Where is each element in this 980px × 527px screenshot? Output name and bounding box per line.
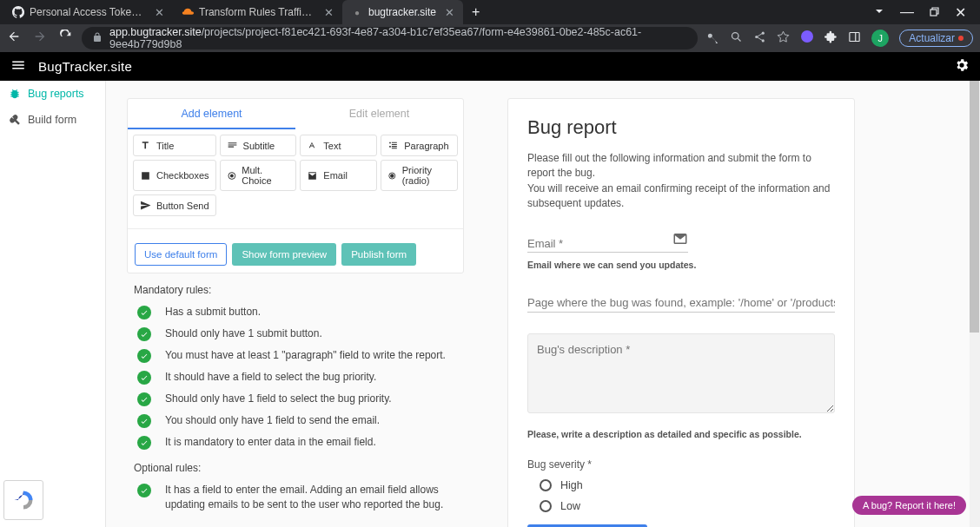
element-subtitle[interactable]: Subtitle	[220, 135, 297, 156]
tab-title: bugtracker.site	[368, 6, 436, 18]
rule-text: Should only have 1 field to select the b…	[162, 392, 392, 406]
check-icon	[137, 392, 151, 406]
sidebar-item-bug-reports[interactable]: Bug reports	[0, 81, 105, 107]
gear-icon[interactable]	[954, 57, 970, 76]
extension-icon-1[interactable]	[800, 30, 814, 47]
scrollbar-thumb[interactable]	[970, 81, 979, 333]
sidebar-item-label: Build form	[28, 114, 76, 126]
close-icon[interactable]: ✕	[324, 6, 334, 19]
tab-title: Transform Rules Traffic seque	[199, 6, 315, 18]
show-preview-button[interactable]: Show form preview	[232, 243, 336, 266]
element-text[interactable]: Text	[300, 135, 377, 156]
dot-icon: ●	[351, 6, 363, 18]
form-description: Please fill out the following informatio…	[527, 151, 835, 212]
rules-section: Mandatory rules: Has a submit button.Sho…	[127, 273, 464, 516]
rule-text: It is mandatory to enter data in the ema…	[162, 435, 376, 450]
element-mult-choice[interactable]: Mult. Choice	[220, 160, 297, 191]
back-icon[interactable]	[7, 30, 21, 47]
share-icon[interactable]	[753, 30, 766, 47]
menu-icon[interactable]	[10, 57, 26, 76]
close-icon[interactable]: ✕	[155, 6, 164, 19]
rule-item: Has a submit button.	[134, 301, 457, 323]
use-default-form-button[interactable]: Use default form	[135, 243, 227, 266]
form-preview-panel: Bug report Please fill out the following…	[507, 98, 855, 527]
builder-panel: Add element Edit element Title Subtitle …	[127, 98, 464, 273]
sidebar: Bug reports Build form	[0, 81, 106, 527]
chevron-down-icon[interactable]	[874, 4, 884, 21]
email-icon	[672, 231, 688, 250]
send-icon	[140, 200, 151, 211]
radio-icon	[540, 500, 552, 512]
avatar[interactable]: J	[871, 30, 889, 47]
update-dot-icon	[958, 36, 963, 41]
radio-icon	[227, 170, 237, 181]
close-window-icon[interactable]: ✕	[955, 4, 966, 21]
browser-tabs: Personal Access Tokens (Class ✕ Transfor…	[0, 0, 980, 24]
svg-point-1	[732, 32, 739, 39]
browser-tab-0[interactable]: Personal Access Tokens (Class ✕	[3, 0, 173, 24]
svg-rect-0	[930, 10, 937, 16]
forward-icon	[33, 30, 47, 47]
report-bug-pill[interactable]: A bug? Report it here!	[852, 496, 966, 515]
description-helper: Please, write a description as detailed …	[527, 429, 835, 439]
send-bug-report-button[interactable]: Send bug report	[527, 524, 647, 527]
rule-item: It is mandatory to enter data in the ema…	[134, 431, 457, 453]
extensions-icon[interactable]	[824, 30, 838, 47]
content-area: Add element Edit element Title Subtitle …	[106, 81, 980, 527]
update-label: Actualizar	[909, 32, 955, 44]
sidebar-item-label: Bug reports	[28, 88, 84, 100]
severity-label: Bug severity *	[527, 458, 835, 471]
element-checkboxes[interactable]: Checkboxes	[133, 160, 216, 191]
element-paragraph[interactable]: Paragraph	[381, 135, 458, 156]
title-icon	[140, 140, 151, 151]
browser-tab-1[interactable]: Transform Rules Traffic seque ✕	[173, 0, 342, 24]
svg-point-2	[762, 31, 765, 34]
element-email[interactable]: Email	[300, 160, 377, 191]
email-icon	[307, 170, 318, 181]
checkbox-icon	[140, 170, 151, 181]
severity-option-low[interactable]: Low	[527, 500, 835, 512]
email-helper: Email where we can send you updates.	[527, 260, 835, 270]
close-icon[interactable]: ✕	[445, 6, 454, 19]
tab-add-element[interactable]: Add element	[128, 99, 295, 129]
zoom-icon[interactable]	[730, 30, 743, 47]
key-icon[interactable]	[706, 30, 719, 47]
maximize-icon[interactable]	[930, 4, 939, 21]
reload-icon[interactable]	[59, 30, 73, 47]
email-field[interactable]	[527, 237, 672, 250]
star-icon[interactable]	[777, 30, 790, 47]
rule-text: You must have at least 1 "paragraph" fie…	[162, 348, 446, 363]
new-tab-button[interactable]: +	[463, 4, 488, 20]
lock-icon	[92, 32, 103, 45]
check-icon	[137, 327, 151, 341]
element-priority[interactable]: Priority (radio)	[381, 160, 458, 191]
svg-point-5	[801, 30, 813, 43]
scrollbar[interactable]	[970, 81, 980, 527]
rule-text: Should only have 1 submit button.	[162, 326, 322, 341]
page-field[interactable]	[527, 296, 835, 309]
browser-tab-2[interactable]: ● bugtracker.site ✕	[342, 0, 463, 24]
check-icon	[137, 414, 151, 428]
rule-item: Should only have 1 submit button.	[134, 323, 457, 345]
mandatory-rules-title: Mandatory rules:	[134, 284, 457, 296]
tab-edit-element[interactable]: Edit element	[295, 99, 463, 129]
check-icon	[137, 436, 151, 450]
update-button[interactable]: Actualizar	[899, 30, 973, 47]
app-header: BugTracker.site	[0, 52, 980, 81]
optional-rules-title: Optional rules:	[134, 462, 457, 474]
severity-option-high[interactable]: High	[527, 479, 835, 491]
element-title[interactable]: Title	[133, 135, 216, 156]
rule-item: You should only have 1 field to send the…	[134, 410, 457, 431]
element-button-send[interactable]: Button Send	[133, 194, 216, 216]
rule-text: Has a submit button.	[162, 305, 261, 319]
check-icon	[137, 306, 151, 319]
recaptcha-badge[interactable]	[3, 480, 43, 520]
sidebar-item-build-form[interactable]: Build form	[0, 107, 105, 133]
publish-form-button[interactable]: Publish form	[341, 243, 416, 266]
sidepanel-icon[interactable]	[848, 30, 861, 47]
url-input[interactable]: app.bugtracker.site/projects/project-f81…	[82, 27, 698, 49]
svg-rect-6	[850, 32, 859, 41]
bug-description-field[interactable]	[527, 333, 835, 413]
minimize-icon[interactable]: —	[900, 4, 914, 21]
cloudflare-icon	[182, 6, 194, 18]
